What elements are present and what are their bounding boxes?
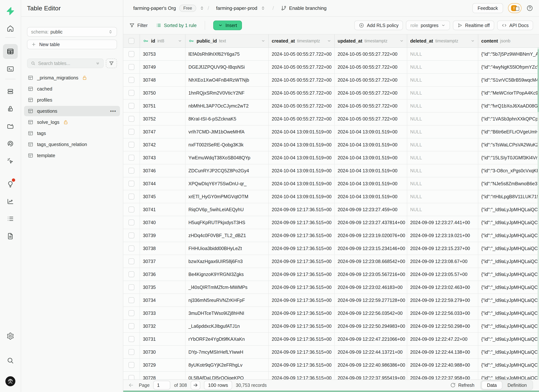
cell-id[interactable]: 30748: [140, 74, 185, 86]
row-checkbox[interactable]: [129, 336, 134, 342]
cell-id[interactable]: 30752: [140, 113, 185, 125]
row-checkbox[interactable]: [129, 64, 134, 70]
cell-updated_at[interactable]: 2024-10-04 13:09:01.519+00: [335, 151, 407, 164]
cell-public_id[interactable]: DYp-7mcyMSIrHefLYIwwH: [185, 346, 269, 358]
cell-updated_at[interactable]: 2024-10-05 00:55:27.722+00: [335, 61, 407, 73]
row-checkbox[interactable]: [129, 51, 134, 57]
cell-updated_at[interactable]: 2024-10-04 13:09:01.519+00: [335, 139, 407, 151]
sidebar-table-tags_questions_relation[interactable]: tags_questions_relation: [24, 139, 120, 149]
cell-content[interactable]: {"id":"NJe5s8ZmBwnoB6e3W: [478, 177, 539, 190]
cell-created_at[interactable]: 2024-09-09 12:17:36.515+00: [269, 229, 335, 242]
cell-public_id[interactable]: nbMhHL3AP7OcCJymc2wT2: [185, 100, 269, 112]
cell-updated_at[interactable]: 2024-10-05 00:55:27.722+00: [335, 113, 407, 125]
settings-icon[interactable]: [3, 329, 18, 344]
filter-button[interactable]: Filter: [129, 23, 148, 28]
cell-deleted_at[interactable]: 2024-09-09 12:22:47.22+00: [407, 333, 478, 345]
row-checkbox[interactable]: [129, 116, 134, 122]
cell-updated_at[interactable]: 2024-09-09 12:23:15.234146+00: [335, 242, 407, 255]
definition-tab[interactable]: Definition: [502, 382, 532, 388]
cell-public_id[interactable]: rYbORF2e4YgDt9fKAXaKn: [185, 333, 269, 345]
cell-updated_at[interactable]: 2024-09-09 12:22:37.955419+00: [335, 372, 407, 379]
cell-deleted_at[interactable]: NULL: [407, 125, 478, 138]
cell-public_id[interactable]: H5uqFKpRUTPkjxdysT3HS: [185, 216, 269, 229]
cell-updated_at[interactable]: 2024-10-05 00:55:27.722+00: [335, 100, 407, 112]
column-menu-icon[interactable]: [178, 39, 182, 43]
horizontal-scrollbar[interactable]: [123, 391, 539, 392]
cell-created_at[interactable]: 2024-10-04 13:09:01.519+00: [269, 164, 335, 177]
cell-created_at[interactable]: 2024-09-09 12:17:36.515+00: [269, 372, 335, 379]
cell-deleted_at[interactable]: NULL: [407, 48, 478, 60]
cell-id[interactable]: 30753: [140, 48, 185, 60]
cell-content[interactable]: {"id":"MeWCriorTPopA4Kc9W: [478, 87, 539, 99]
row-checkbox[interactable]: [129, 258, 134, 264]
cell-updated_at[interactable]: 2024-09-09 12:23:08.668542+00: [335, 255, 407, 268]
cell-created_at[interactable]: 2024-10-05 00:55:27.722+00: [269, 48, 335, 60]
cell-deleted_at[interactable]: NULL: [407, 177, 478, 190]
cell-public_id[interactable]: vrIh7CMD-JtM1bOweMHfA: [185, 125, 269, 138]
column-menu-icon[interactable]: [471, 39, 475, 43]
row-checkbox[interactable]: [129, 297, 134, 303]
cell-updated_at[interactable]: 2024-09-09 12:22:56.03542+00: [335, 307, 407, 320]
advisors-icon[interactable]: [3, 176, 18, 191]
cell-id[interactable]: 30747: [140, 125, 185, 138]
cell-created_at[interactable]: 2024-10-05 00:55:27.722+00: [269, 74, 335, 86]
cell-id[interactable]: 30728: [140, 372, 185, 379]
cell-updated_at[interactable]: 2024-10-04 13:09:01.519+00: [335, 190, 407, 203]
cell-content[interactable]: {"id":"_Id9aLyJpMHQLaiQCW: [478, 268, 539, 281]
cell-public_id[interactable]: RiqOV6p_5wihLeIAEQyhU: [185, 203, 269, 216]
chevrons-up-down-icon[interactable]: [261, 6, 265, 10]
cell-id[interactable]: 30751: [140, 100, 185, 112]
cell-content[interactable]: {"id":"fvrQ1bXoJ6XaAD08GW: [478, 100, 539, 112]
sidebar-table-tags[interactable]: tags: [24, 128, 120, 139]
enable-branching-button[interactable]: Enable branching: [281, 5, 327, 11]
cell-id[interactable]: 30745: [140, 190, 185, 203]
cell-public_id[interactable]: DGEJfJZPQUV9Q-IBqsNSi: [185, 61, 269, 73]
help-icon[interactable]: [526, 5, 533, 11]
cell-created_at[interactable]: 2024-09-09 12:17:36.515+00: [269, 294, 335, 306]
org-name[interactable]: farming-paper's Org: [133, 5, 176, 11]
cell-content[interactable]: {"id":"_Id9aLyJpMHQLaiQCW: [478, 242, 539, 255]
row-checkbox[interactable]: [129, 103, 134, 109]
cell-updated_at[interactable]: 2024-09-09 12:22:59.277128+00: [335, 294, 407, 306]
cell-created_at[interactable]: 2024-09-09 12:17:36.515+00: [269, 359, 335, 371]
cell-deleted_at[interactable]: NULL: [407, 139, 478, 151]
table-options-icon[interactable]: •••: [110, 108, 116, 114]
supabase-logo-icon[interactable]: [3, 4, 18, 19]
cell-content[interactable]: {"id":"sTsWaLCPsVA2WuK2W: [478, 139, 539, 151]
cell-public_id[interactable]: _La6pddxcKJIbgufATJ1n: [185, 320, 269, 332]
cell-content[interactable]: {"id":"_Id9aLyJpMHQLaiQCW: [478, 203, 539, 216]
row-checkbox[interactable]: [129, 77, 134, 83]
sidebar-table-profiles[interactable]: profiles: [24, 95, 120, 105]
cell-created_at[interactable]: 2024-10-05 00:55:27.722+00: [269, 100, 335, 112]
cell-public_id[interactable]: zHDq4c0F0VBF_TL2_dBZ1: [185, 229, 269, 242]
account-avatar[interactable]: [3, 374, 18, 389]
cell-created_at[interactable]: 2024-09-09 12:17:36.515+00: [269, 307, 335, 320]
cell-public_id[interactable]: YwEmuWdqT38XoSB048QYp: [185, 151, 269, 164]
prev-page-button[interactable]: [127, 381, 135, 389]
cell-id[interactable]: 30749: [140, 61, 185, 73]
cell-created_at[interactable]: 2024-10-04 13:09:01.519+00: [269, 151, 335, 164]
sidebar-table-solve_logs[interactable]: solve_logs: [24, 117, 120, 127]
cell-deleted_at[interactable]: 2024-09-09 12:22:59.279+00: [407, 294, 478, 306]
row-checkbox[interactable]: [129, 349, 134, 355]
cell-updated_at[interactable]: 2024-09-09 12:23:27.437814+00: [335, 216, 407, 229]
sql-editor-icon[interactable]: [3, 62, 18, 76]
row-checkbox[interactable]: [129, 220, 134, 225]
authentication-icon[interactable]: [3, 101, 18, 116]
row-checkbox[interactable]: [129, 323, 134, 329]
cell-updated_at[interactable]: 2024-09-09 12:23:02.46183+00: [335, 281, 407, 294]
cell-public_id[interactable]: bzwXazHgax6UIR58j6Fn3: [185, 255, 269, 268]
cell-public_id[interactable]: Be4KignzoK9YRGNI3Zgks: [185, 268, 269, 281]
cell-id[interactable]: 30732: [140, 320, 185, 332]
cell-public_id[interactable]: lEfA0sRh9hIXf62Y6ga75: [185, 48, 269, 60]
sidebar-table-cached[interactable]: cached: [24, 84, 120, 94]
cell-id[interactable]: 30750: [140, 87, 185, 99]
warning-badge[interactable]: !: [508, 3, 522, 13]
column-menu-icon[interactable]: [399, 39, 404, 43]
column-header-updated_at[interactable]: updated_attimestamptz: [335, 34, 407, 47]
cell-id[interactable]: 30740: [140, 216, 185, 229]
cell-deleted_at[interactable]: NULL: [407, 190, 478, 203]
cell-id[interactable]: 30743: [140, 151, 185, 164]
cell-id[interactable]: 30731: [140, 333, 185, 345]
cell-deleted_at[interactable]: NULL: [407, 164, 478, 177]
